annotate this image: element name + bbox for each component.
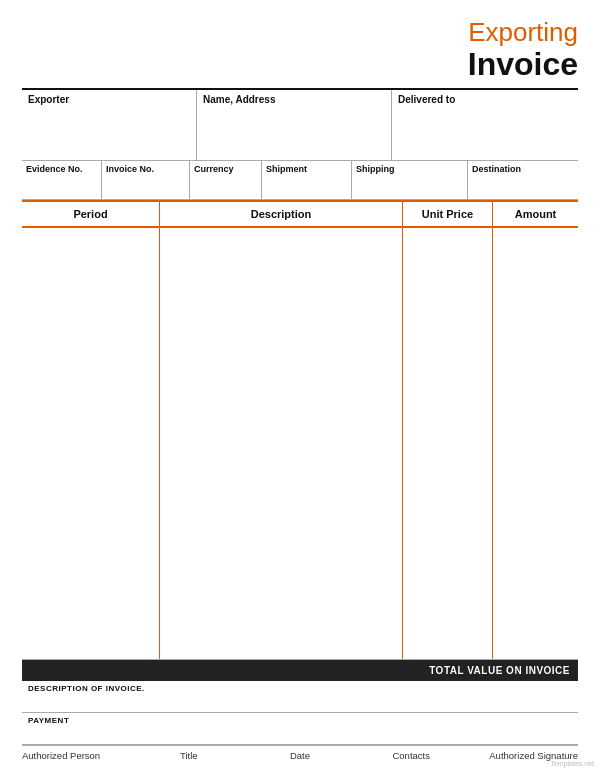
evidence-label: Evidence No.	[26, 164, 97, 174]
header: Exporting Invoice	[22, 18, 578, 88]
currency-cell: Currency	[190, 161, 262, 199]
table-header: Period Description Unit Price Amount	[22, 200, 578, 228]
total-row: TOTAL VALUE ON INVOICE	[22, 660, 578, 681]
invoice-no-cell: Invoice No.	[102, 161, 190, 199]
footer: Authorized Person Title Date Contacts Au…	[22, 745, 578, 761]
destination-cell: Destination	[468, 161, 578, 199]
watermark: Templates.net	[550, 760, 594, 767]
shipping-cell: Shipping	[352, 161, 468, 199]
shipment-cell: Shipment	[262, 161, 352, 199]
header-title: Exporting Invoice	[468, 18, 578, 82]
tb-period	[22, 228, 160, 659]
currency-label: Currency	[194, 164, 257, 174]
exporter-cell: Exporter	[22, 90, 197, 160]
footer-date: Date	[244, 750, 355, 761]
payment-section: PAYMENT	[22, 713, 578, 745]
footer-contacts: Contacts	[356, 750, 467, 761]
info-row-2: Evidence No. Invoice No. Currency Shipme…	[22, 161, 578, 199]
payment-label: PAYMENT	[28, 716, 572, 725]
info-row-1: Exporter Name, Address Delivered to	[22, 90, 578, 161]
tb-description	[160, 228, 403, 659]
destination-label: Destination	[472, 164, 574, 174]
evidence-cell: Evidence No.	[22, 161, 102, 199]
delivered-to-cell: Delivered to	[392, 90, 578, 160]
th-period: Period	[22, 202, 160, 226]
th-unit-price: Unit Price	[403, 202, 493, 226]
total-label: TOTAL VALUE ON INVOICE	[429, 665, 570, 676]
invoice-no-label: Invoice No.	[106, 164, 185, 174]
exporting-text: Exporting	[468, 18, 578, 47]
shipping-label: Shipping	[356, 164, 463, 174]
footer-authorized-person: Authorized Person	[22, 750, 133, 761]
tb-amount	[493, 228, 578, 659]
name-address-label: Name, Address	[203, 94, 385, 105]
th-amount: Amount	[493, 202, 578, 226]
th-description: Description	[160, 202, 403, 226]
name-address-cell: Name, Address	[197, 90, 392, 160]
shipment-label: Shipment	[266, 164, 347, 174]
description-section: DESCRIPTION OF INVOICE.	[22, 681, 578, 713]
delivered-to-label: Delivered to	[398, 94, 572, 105]
invoice-text: Invoice	[468, 47, 578, 82]
description-label: DESCRIPTION OF INVOICE.	[28, 684, 572, 693]
footer-title: Title	[133, 750, 244, 761]
exporter-label: Exporter	[28, 94, 190, 105]
table-body	[22, 228, 578, 660]
tb-unit-price	[403, 228, 493, 659]
info-section: Exporter Name, Address Delivered to Evid…	[22, 90, 578, 200]
